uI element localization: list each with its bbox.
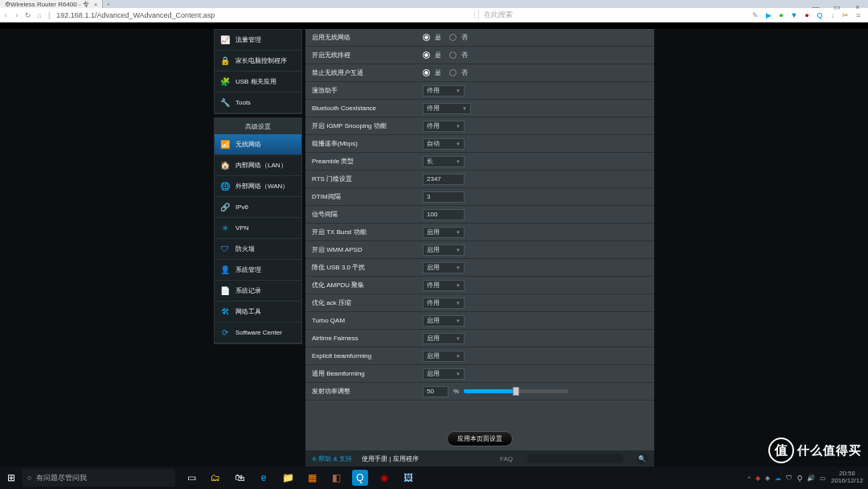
select-4[interactable]: 停用▼ [423,103,471,114]
radio-label: 是 [435,51,441,60]
tray-icon-ime[interactable]: Ǫ [797,475,802,482]
select-15[interactable]: 停用▼ [423,298,465,309]
window-close[interactable]: × [847,0,868,14]
nav-label: VPN [235,224,248,232]
radio-是[interactable] [423,69,430,76]
app-explorer-icon[interactable]: 🗂 [207,470,223,486]
radio-否[interactable] [449,69,457,76]
select-18[interactable]: 启用▼ [423,351,465,362]
footer-manual-link[interactable]: 使用手册 | 应用程序 [362,454,419,463]
select-5[interactable]: 停用▼ [423,121,465,132]
select-7[interactable]: 长▼ [423,156,465,167]
taskview-icon[interactable]: ▭ [183,470,199,486]
nav-g2-0[interactable]: 📶无线网络 [215,134,301,155]
tab-close-icon[interactable]: × [94,1,98,8]
nav-label: 网络工具 [235,307,261,316]
select-11[interactable]: 启用▼ [423,227,465,238]
nav-icon: 📶 [219,139,231,150]
tray-up-icon[interactable]: ^ [747,475,751,482]
radio-label: 否 [461,68,468,77]
chevron-down-icon: ▼ [456,248,461,253]
setting-label: 组播速率(Mbps) [305,139,423,148]
footer-help-link[interactable]: ⊕ 帮助 & 支持 [312,454,352,463]
nav-icon: 🔧 [219,97,231,109]
cortana-search[interactable]: ○ 有问题尽管问我 [23,469,175,487]
chevron-down-icon: ▼ [456,354,461,359]
ext-icon-wechat[interactable]: ● [776,10,786,20]
nav-icon: ✳ [219,223,231,234]
url-field[interactable]: 192.168.1.1/Advanced_WAdvanced_Content.a… [53,11,439,19]
start-button[interactable]: ⊞ [0,472,23,483]
app-circle-icon[interactable]: ◉ [376,470,392,486]
app-wallet-icon[interactable]: ◧ [328,470,344,486]
setting-row-13: 降低 USB 3.0 干扰启用▼ [305,259,654,277]
nav-g2-7[interactable]: 📄系统记录 [215,281,301,302]
select-6[interactable]: 自动▼ [423,138,465,150]
app-folder-icon[interactable]: 📁 [280,470,296,486]
nav-g1-2[interactable]: 🧩USB 相关应用 [215,72,301,92]
radio-否[interactable] [449,34,457,41]
tray-icon-2[interactable]: ◈ [765,475,770,482]
setting-label: 开启 TX Burst 功能 [305,228,423,236]
nav-g1-1[interactable]: 🔒家长电脑控制程序 [215,51,301,72]
window-minimize[interactable]: — [805,0,826,14]
setting-row-20: 发射功率调整50% [305,383,654,401]
tray-icon-1[interactable]: ◆ [755,475,760,482]
radio-否[interactable] [449,51,457,59]
browser-tab[interactable]: ⚙ Wireless Router R6400 - 专 × [0,0,103,8]
tray-icon-3[interactable]: ☁ [775,475,781,482]
browser-search-input[interactable]: 在此搜索 [478,10,623,20]
select-17[interactable]: 启用▼ [423,333,465,344]
input-8[interactable]: 2347 [423,174,465,185]
slider-thumb[interactable] [513,387,519,396]
radio-是[interactable] [423,51,430,59]
nav-g2-1[interactable]: 🏠内部网络（LAN） [215,155,301,176]
setting-row-5: 开启 IGMP Snooping 功能停用▼ [305,117,654,135]
slider-track[interactable] [464,389,568,393]
footer-search-input[interactable] [527,454,624,463]
nav-home-icon[interactable]: ⌂ [34,11,45,19]
app-edge-icon[interactable]: e [256,470,272,486]
radio-是[interactable] [423,34,430,41]
app-q-icon[interactable]: Q [352,470,368,486]
tray-volume-icon[interactable]: 🔊 [807,475,815,482]
select-16[interactable]: 启用▼ [423,315,465,327]
setting-label: 信号间隔 [305,210,423,219]
nav-g1-3[interactable]: 🔧Tools [215,92,301,113]
nav-forward-icon[interactable]: › [11,11,23,19]
ext-icon-cat[interactable]: ▼ [789,10,799,20]
slider-value[interactable]: 50 [423,386,448,397]
window-maximize[interactable]: ▭ [826,0,847,14]
footer-search-icon[interactable]: 🔍 [637,453,648,464]
tray-clock[interactable]: 20:58 2016/12/12 [831,471,863,485]
nav-g2-9[interactable]: ⟳Software Center [215,323,301,343]
nav-reload-icon[interactable]: ↻ [23,11,34,19]
nav-back-icon[interactable]: ‹ [0,11,11,19]
select-13[interactable]: 启用▼ [423,262,465,273]
apply-button[interactable]: 应用本页面设置 [447,431,513,446]
app-pic-icon[interactable]: 🖼 [400,470,416,486]
select-12[interactable]: 启用▼ [423,244,465,256]
chevron-down-icon: ▼ [456,283,461,288]
tray-action-icon[interactable]: ▭ [820,475,826,482]
select-19[interactable]: 启用▼ [423,368,465,380]
bookmark-icon[interactable]: ⋮ [471,11,478,19]
nav-g2-2[interactable]: 🌐外部网络（WAN） [215,176,301,197]
input-9[interactable]: 3 [423,191,465,203]
new-tab-button[interactable]: + [103,1,113,8]
select-3[interactable]: 停用▼ [423,85,465,97]
app-store-icon[interactable]: 🛍 [231,470,248,486]
nav-g2-5[interactable]: 🛡防火墙 [215,239,301,260]
nav-g2-8[interactable]: 🛠网络工具 [215,302,301,323]
tray-icon-4[interactable]: 🛡 [786,475,792,482]
nav-g2-6[interactable]: 👤系统管理 [215,260,301,281]
nav-g1-0[interactable]: 📈流量管理 [215,30,301,51]
select-value: 停用 [427,104,440,113]
nav-g2-4[interactable]: ✳VPN [215,218,301,239]
ext-icon-play[interactable]: ▶ [764,10,773,20]
select-14[interactable]: 停用▼ [423,280,465,291]
nav-g2-3[interactable]: 🔗IPv6 [215,197,301,218]
app-orange-icon[interactable]: ▦ [304,470,320,486]
ext-icon-1[interactable]: ✎ [751,10,760,20]
input-10[interactable]: 100 [423,209,465,220]
